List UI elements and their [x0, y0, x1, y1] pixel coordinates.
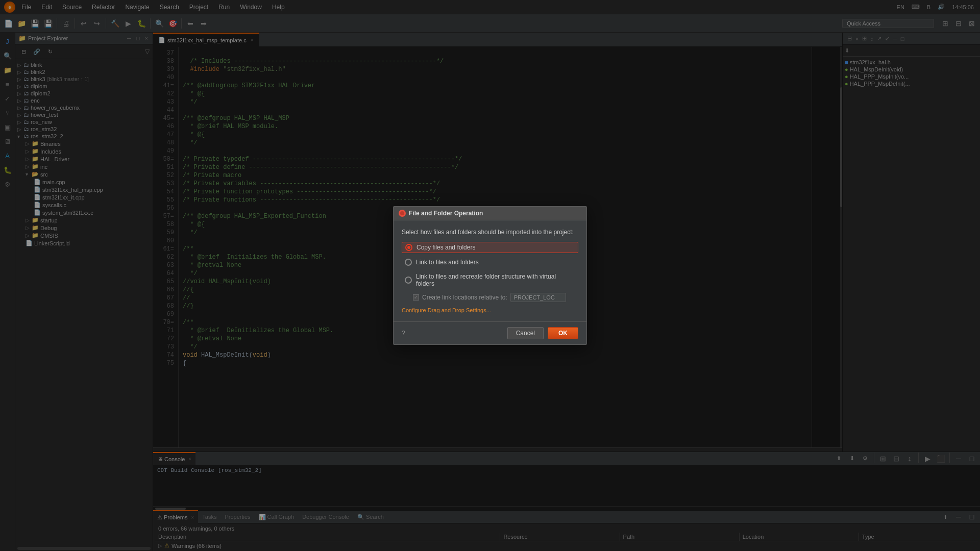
radio-label-copy: Copy files and folders	[416, 244, 475, 251]
dialog-body: Select how files and folders should be i…	[394, 220, 586, 321]
radio-circle-link	[405, 259, 412, 266]
dialog-buttons: ? Cancel OK	[394, 321, 586, 344]
radio-link-files[interactable]: Link to files and folders	[402, 257, 578, 267]
dialog-icon-inner	[400, 211, 404, 215]
cancel-button[interactable]: Cancel	[507, 327, 544, 339]
radio-label-recreate: Link to files and recreate folder struct…	[416, 273, 575, 287]
dialog-title: File and Folder Operation	[409, 210, 483, 217]
radio-circle-copy	[405, 244, 412, 251]
dialog-icon	[399, 210, 406, 217]
configure-drag-drop-link[interactable]: Configure Drag and Drop Settings...	[402, 307, 578, 313]
checkbox-relative[interactable]	[413, 294, 419, 300]
checkbox-row: Create link locations relative to: PROJE…	[402, 293, 578, 302]
radio-circle-recreate	[405, 277, 412, 284]
radio-group: Copy files and folders Link to files and…	[402, 242, 578, 289]
file-folder-dialog: File and Folder Operation Select how fil…	[393, 206, 587, 345]
ok-button[interactable]: OK	[548, 327, 578, 339]
radio-copy-files[interactable]: Copy files and folders	[402, 242, 578, 253]
radio-label-link: Link to files and folders	[416, 259, 479, 266]
project-loc-dropdown[interactable]: PROJECT_LOC	[510, 293, 566, 302]
radio-link-recreate[interactable]: Link to files and recreate folder struct…	[402, 271, 578, 289]
dialog-description: Select how files and folders should be i…	[402, 229, 578, 236]
checkbox-label: Create link locations relative to:	[422, 294, 507, 301]
dialog-title-bar: File and Folder Operation	[394, 207, 586, 220]
dialog-overlay: File and Folder Operation Select how fil…	[0, 0, 980, 551]
dialog-help-btn[interactable]: ?	[402, 330, 405, 337]
